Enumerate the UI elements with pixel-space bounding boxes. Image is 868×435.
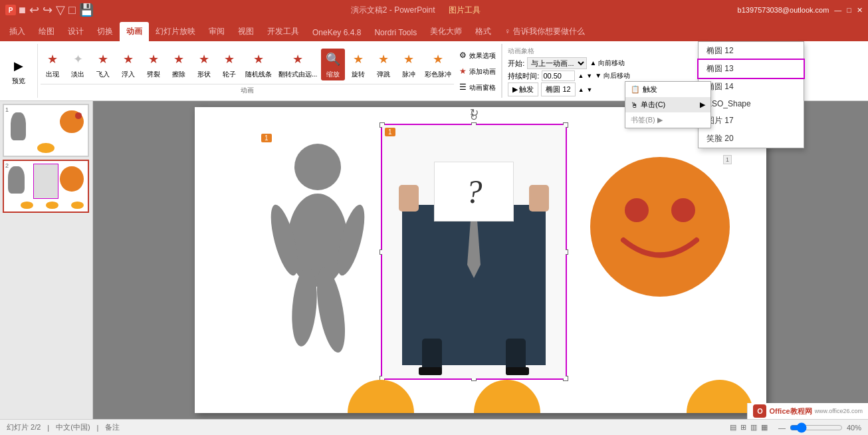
add-animation-button[interactable]: ★ 添加动画 — [457, 65, 498, 78]
view-reading[interactable]: ▥ — [750, 423, 757, 432]
photo-content: ? — [382, 125, 566, 378]
anim-appear[interactable]: ★ 出现 — [41, 49, 64, 80]
duration-input[interactable] — [542, 71, 575, 81]
thumb2-dot3 — [71, 202, 84, 209]
bottom-circle-left — [348, 380, 414, 413]
close-button[interactable]: ✕ — [857, 6, 863, 15]
anim-flip[interactable]: ★ 翻转式由远... — [276, 49, 320, 80]
ribbon-tabs: 插入 绘图 设计 切换 动画 幻灯片放映 审阅 视图 开发工具 OneKey 6… — [0, 20, 868, 41]
effect-options-icon: ⚙ — [459, 51, 467, 60]
slide-canvas: 1 ↻ ↻ 1 — [195, 107, 766, 413]
pulse-icon: ★ — [399, 50, 418, 69]
delay-down[interactable]: ▼ — [587, 86, 593, 93]
title-bar-left: P ■ ↩ ↪ ▽ □ 💾 — [5, 3, 94, 17]
person-silhouette[interactable]: 1 — [268, 140, 368, 355]
dropdown-item-3[interactable]: KSO_Shape — [699, 96, 804, 112]
dropdown-item-5[interactable]: 笑脸 20 — [699, 130, 804, 148]
thumb1-person — [11, 112, 26, 140]
zoom-level: 40% — [847, 424, 861, 432]
tab-review[interactable]: 审阅 — [202, 22, 231, 41]
question-mark: ? — [466, 172, 483, 211]
trigger-popup-label: 触发 — [643, 84, 657, 94]
delay-up[interactable]: ▲ — [578, 86, 584, 93]
move-forward-button[interactable]: ▲ 向前移动 — [590, 59, 625, 68]
tab-animation[interactable]: 动画 — [120, 22, 149, 41]
quick-access-toolbar[interactable]: ■ ↩ ↪ ▽ □ 💾 — [19, 3, 94, 17]
effect-options-button[interactable]: ⚙ 效果选项 — [457, 49, 498, 62]
animations-group-label: 动画 — [41, 84, 454, 96]
tab-onekey[interactable]: OneKey 6.4.8 — [306, 24, 368, 41]
thumb2-photo — [33, 164, 58, 199]
tab-developer[interactable]: 开发工具 — [261, 22, 306, 41]
left-shoe — [419, 367, 442, 375]
anim-shape[interactable]: ★ 形状 — [192, 49, 216, 80]
thumb1-number: 1 — [5, 106, 9, 113]
slide-thumb-1[interactable]: 1 — [3, 104, 89, 157]
anim-split[interactable]: ★ 劈裂 — [142, 49, 165, 80]
preview-button[interactable]: ▶ 预览 — [5, 55, 32, 87]
move-backward-button[interactable]: ▼ 向后移动 — [595, 71, 630, 80]
tab-view[interactable]: 视图 — [231, 22, 261, 41]
status-bar: 幻灯片 2/2 | 中文(中国) | 备注 ▤ ⊞ ▥ ▦ — 40% — [0, 419, 868, 435]
left-hand — [399, 185, 419, 212]
svg-point-6 — [590, 157, 730, 297]
tab-search[interactable]: ♀ 告诉我你想要做什么 — [498, 22, 591, 41]
slide-thumb-2[interactable]: 2 — [3, 160, 89, 213]
anim-fadeout[interactable]: ✦ 淡出 — [66, 49, 90, 80]
min-button[interactable]: — — [834, 6, 841, 14]
dropdown-item-4[interactable]: 图片 17 — [699, 112, 804, 130]
restore-button[interactable]: □ — [847, 6, 851, 14]
start-label: 开始: — [508, 59, 524, 69]
dropdown-item-1[interactable]: 椭圆 13 — [699, 60, 804, 78]
tab-slideshow[interactable]: 幻灯片放映 — [149, 22, 202, 41]
anim-zoom[interactable]: 🔍 缩放 — [321, 49, 345, 80]
shape-dropdown: 椭圆 12 椭圆 13 椭圆 14 KSO_Shape 图片 17 笑脸 20 — [698, 41, 804, 148]
thumb2-smiley — [60, 166, 83, 192]
view-grid[interactable]: ⊞ — [740, 423, 746, 432]
duration-up[interactable]: ▲ — [578, 72, 584, 79]
tab-draw[interactable]: 绘图 — [32, 22, 61, 41]
anim-wipe[interactable]: ★ 擦除 — [167, 49, 191, 80]
trigger-button[interactable]: ▶ 触发 — [508, 82, 538, 96]
anim-indicator: ↻ — [470, 106, 479, 119]
smiley-container[interactable]: 1 — [587, 154, 733, 302]
view-slideshow[interactable]: ▦ — [761, 423, 768, 432]
anim-floatin[interactable]: ★ 浮入 — [116, 49, 140, 80]
right-hand — [529, 185, 549, 212]
tab-nordri[interactable]: Nordri Tools — [368, 24, 423, 41]
tab-transition[interactable]: 切换 — [90, 22, 120, 41]
office-brand-label: Office教程网 — [769, 406, 812, 416]
trigger-extra[interactable]: 书签(B) ▶ — [625, 112, 710, 128]
duration-down[interactable]: ▼ — [586, 72, 592, 79]
tab-beautify[interactable]: 美化大师 — [423, 22, 469, 41]
start-select[interactable]: 与上一动画... — [527, 57, 587, 69]
anim-bounce[interactable]: ★ 弹跳 — [372, 49, 395, 80]
trigger-submenu-item[interactable]: 🖱 单击(C) ▶ — [625, 97, 710, 112]
svg-point-0 — [294, 144, 341, 190]
thumb2-person — [8, 166, 25, 194]
tab-insert[interactable]: 插入 — [3, 22, 32, 41]
anim-rotate[interactable]: ★ 旋转 — [346, 49, 370, 80]
trigger-popup-item[interactable]: 📋 触发 — [625, 82, 710, 97]
anim-random[interactable]: ★ 随机线条 — [243, 49, 274, 80]
user-account: b1397573038@outlook.com — [738, 6, 829, 14]
window-title: 演示文稿2 - PowerPoint 图片工具 — [351, 5, 481, 16]
anim-color-pulse[interactable]: ★ 彩色脉冲 — [422, 49, 454, 80]
dropdown-item-2[interactable]: 椭圆 14 — [699, 78, 804, 96]
office-logo-area: O Office教程网 www.office26.com — [747, 403, 868, 419]
tab-design[interactable]: 设计 — [61, 22, 90, 41]
dropdown-item-0[interactable]: 椭圆 12 — [699, 42, 804, 60]
anim-wheel[interactable]: ★ 轮子 — [217, 49, 241, 80]
zoom-slider[interactable] — [790, 422, 843, 433]
anim-pulse[interactable]: ★ 脉冲 — [397, 49, 421, 80]
anim-flyin[interactable]: ★ 飞入 — [91, 49, 115, 80]
tab-format[interactable]: 格式 — [469, 22, 498, 41]
notes-button[interactable]: 备注 — [105, 422, 120, 432]
view-normal[interactable]: ▤ — [730, 423, 736, 432]
bounce-icon: ★ — [374, 50, 393, 69]
photo-frame[interactable]: ↻ ↻ 1 ? — [381, 124, 567, 380]
right-shoe — [506, 367, 529, 375]
anim-panel-button[interactable]: ☰ 动画窗格 — [457, 80, 498, 94]
svg-point-8 — [671, 198, 695, 222]
office-icon: O — [753, 404, 766, 418]
